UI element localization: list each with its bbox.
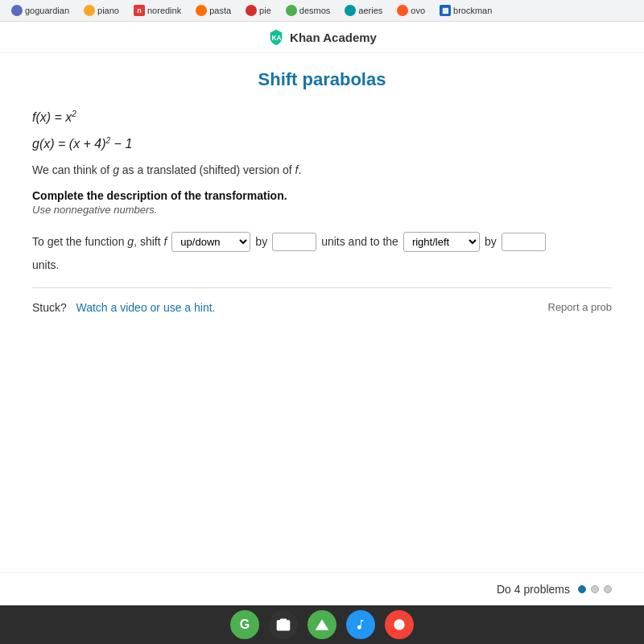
report-link[interactable]: Report a prob [548,301,613,313]
taskbar: G [0,605,644,644]
description-text: We can think of g as a translated (shift… [32,163,612,176]
progress-dot-3 [604,585,612,593]
taskbar-icon-g[interactable]: G [230,610,259,639]
bookmark-item-pasta[interactable]: pasta [191,3,236,18]
bookmark-bar: goguardian piano n noredink pasta pie de… [0,0,644,22]
rightleft-select[interactable]: right/left right left [403,232,480,252]
bookmark-item-aeries[interactable]: aeries [340,3,387,18]
updown-select[interactable]: up/down up down [171,232,250,252]
bookmark-item-desmos[interactable]: desmos [281,3,336,18]
stuck-container: Stuck? Watch a video or use a hint. [32,301,216,314]
taskbar-icon-triangle[interactable] [308,610,336,639]
page-title: Shift parabolas [32,69,612,90]
instruction-bold: Complete the description of the transfor… [32,189,612,202]
svg-marker-1 [316,619,329,630]
instruction-sub: Use nonnegative numbers. [32,204,612,216]
bookmark-item-piano[interactable]: piano [79,3,124,18]
ka-header: KA Khan Academy [0,22,644,53]
bookmark-item-noredink[interactable]: n noredink [129,3,186,18]
ka-logo: KA Khan Academy [267,28,377,46]
taskbar-icon-camera[interactable] [269,610,298,639]
transform-prefix: To get the function g, shift f [32,235,167,248]
taskbar-icon-music[interactable] [346,610,375,639]
updown-amount-input[interactable] [272,233,316,251]
units-suffix: units. [32,258,612,271]
formula-f: f(x) = x2 [32,109,612,125]
do-problems-label: Do 4 problems [497,583,570,596]
stuck-row: Stuck? Watch a video or use a hint. Repo… [32,301,612,314]
bookmark-item-goguardian[interactable]: goguardian [6,3,74,18]
progress-dot-1 [578,585,586,593]
bottom-bar: Do 4 problems [0,572,644,605]
svg-text:KA: KA [272,35,282,42]
divider [32,287,612,288]
stuck-label: Stuck? [32,301,67,314]
main-content: Shift parabolas f(x) = x2 g(x) = (x + 4)… [0,53,644,572]
by-label-2: by [485,235,497,248]
progress-dot-2 [591,585,599,593]
progress-dots [578,585,612,593]
units-and-to-the: units and to the [321,235,398,248]
taskbar-icon-circle[interactable] [385,610,414,639]
by-label-1: by [255,235,267,248]
bookmark-item-pie[interactable]: pie [241,3,276,18]
rightleft-amount-input[interactable] [502,233,546,251]
stuck-link[interactable]: Watch a video or use a hint. [76,301,215,314]
ka-logo-text: Khan Academy [290,31,377,44]
transform-row: To get the function g, shift f up/down u… [32,232,612,252]
svg-point-2 [394,619,404,630]
bookmark-item-brockman[interactable]: ▦ brockman [435,3,497,18]
bookmark-item-ovo[interactable]: ovo [392,3,430,18]
formula-g: g(x) = (x + 4)2 − 1 [32,136,612,151]
